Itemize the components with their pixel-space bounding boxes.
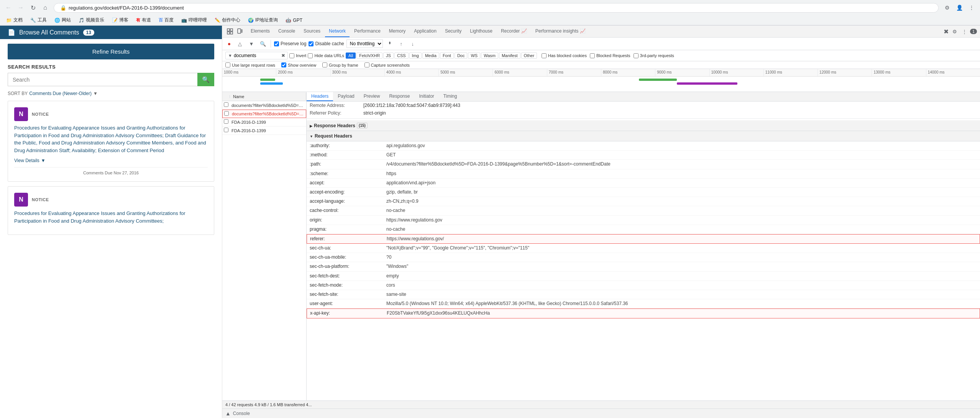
filter-wasm[interactable]: Wasm bbox=[481, 52, 498, 59]
bookmark-ip[interactable]: 🌍 IP地址查询 bbox=[245, 16, 281, 24]
filter-button[interactable]: ▼ bbox=[247, 39, 256, 48]
bookmark-create[interactable]: ✏️ 创作中心 bbox=[212, 16, 243, 24]
device-icon-btn[interactable] bbox=[235, 27, 245, 36]
preserve-log-checkbox[interactable]: Preserve log bbox=[274, 41, 306, 46]
bookmark-youdao[interactable]: 有 有道 bbox=[133, 16, 154, 24]
blocked-requests-checkbox[interactable]: Blocked Requests bbox=[590, 53, 630, 58]
request-checkbox-2[interactable] bbox=[223, 111, 230, 117]
bookmark-docs[interactable]: 📁 文档 bbox=[3, 16, 26, 24]
result-title-1[interactable]: Procedures for Evaluating Appearance Iss… bbox=[14, 124, 208, 154]
tab-application[interactable]: Application bbox=[410, 26, 440, 37]
request-checkbox-1[interactable] bbox=[222, 102, 230, 108]
refine-button[interactable]: Refine Results bbox=[8, 44, 214, 59]
view-details-1[interactable]: View Details ▼ bbox=[14, 158, 208, 163]
third-party-checkbox[interactable]: 3rd-party requests bbox=[634, 53, 674, 58]
search-devtools-button[interactable]: 🔍 bbox=[258, 39, 268, 48]
address-bar[interactable]: 🔒 regulations.gov/docket/FDA-2016-D-1399… bbox=[54, 3, 939, 13]
more-button[interactable]: ⋮ bbox=[966, 2, 977, 13]
request-row-2[interactable]: documents?filter%5BdocketId%5D=FDA-2016.… bbox=[222, 110, 306, 118]
filter-media[interactable]: Media bbox=[422, 52, 439, 59]
console-expand-icon[interactable]: ▲ bbox=[225, 410, 231, 417]
panel-tab-headers[interactable]: Headers bbox=[307, 92, 333, 101]
bookmark-blog[interactable]: 📝 博客 bbox=[109, 16, 131, 24]
record-button[interactable]: ● bbox=[225, 40, 233, 48]
filter-other[interactable]: Other bbox=[521, 52, 537, 59]
devtools-settings-button[interactable]: ⚙ bbox=[950, 27, 959, 36]
panel-tab-payload[interactable]: Payload bbox=[333, 92, 359, 101]
response-headers-chevron bbox=[310, 123, 312, 128]
filter-all[interactable]: All bbox=[346, 52, 356, 59]
throttling-select[interactable]: No throttling bbox=[346, 39, 383, 48]
result-card-2: N NOTICE Procedures for Evaluating Appea… bbox=[8, 186, 214, 235]
network-conditions-button[interactable] bbox=[385, 39, 394, 48]
tab-recorder[interactable]: Recorder 📈 bbox=[497, 26, 531, 37]
bookmark-tools[interactable]: 🔧 工具 bbox=[27, 16, 50, 24]
import-button[interactable]: ↑ bbox=[397, 39, 406, 48]
header-x-api-key-name: x-api-key: bbox=[310, 310, 387, 317]
filter-ws[interactable]: WS bbox=[468, 52, 480, 59]
panel-tab-initiator[interactable]: Initiator bbox=[414, 92, 438, 101]
request-row-4[interactable]: FDA-2016-D-1399 bbox=[222, 126, 306, 135]
bookmark-video[interactable]: 🎵 视频音乐 bbox=[76, 16, 107, 24]
tab-elements[interactable]: Elements bbox=[247, 26, 274, 37]
search-input[interactable] bbox=[8, 73, 197, 86]
request-checkbox-3[interactable] bbox=[222, 119, 230, 125]
export-button[interactable]: ↓ bbox=[408, 39, 417, 48]
col-name[interactable]: Name bbox=[230, 93, 306, 100]
request-row-1[interactable]: documents?filter%5BdocketId%5D=FDA-2016.… bbox=[222, 101, 306, 110]
panel-tab-response[interactable]: Response bbox=[384, 92, 414, 101]
large-rows-checkbox[interactable]: Use large request rows bbox=[225, 62, 275, 67]
tab-performance[interactable]: Performance bbox=[350, 26, 384, 37]
profile-button[interactable]: 👤 bbox=[954, 2, 965, 13]
request-checkbox-4[interactable] bbox=[222, 128, 230, 133]
clear-filter-button[interactable]: ✖ bbox=[281, 53, 285, 58]
filter-fetch-xhr[interactable]: Fetch/XHR bbox=[356, 52, 382, 59]
filter-js[interactable]: JS bbox=[383, 52, 394, 59]
sort-by-value[interactable]: Comments Due (Newer-Older) bbox=[29, 91, 92, 96]
tab-console[interactable]: Console bbox=[274, 26, 299, 37]
bookmark-sites[interactable]: 🌐 网站 bbox=[51, 16, 74, 24]
disable-cache-checkbox[interactable]: Disable cache bbox=[309, 41, 344, 46]
panel-tab-timing[interactable]: Timing bbox=[439, 92, 462, 101]
capture-screenshots-checkbox[interactable]: Capture screenshots bbox=[364, 62, 410, 67]
tab-security[interactable]: Security bbox=[441, 26, 465, 37]
filter-img[interactable]: Img bbox=[409, 52, 422, 59]
bookmark-gpt[interactable]: 🤖 GPT bbox=[282, 17, 305, 24]
devtools-more-button[interactable]: ⋮ bbox=[960, 27, 969, 36]
bookmark-baidu[interactable]: 百 百度 bbox=[156, 16, 177, 24]
header-authority-value: api.regulations.gov bbox=[386, 142, 425, 149]
response-headers-title[interactable]: Response Headers (15) bbox=[307, 120, 980, 131]
search-button[interactable]: 🔍 bbox=[197, 73, 214, 86]
close-devtools-button[interactable]: ✖ bbox=[944, 28, 949, 35]
header-sec-fetch-mode-name: sec-fetch-mode: bbox=[310, 282, 386, 289]
filter-input[interactable] bbox=[234, 53, 280, 58]
tab-performance-insights[interactable]: Performance insights 📈 bbox=[532, 26, 589, 37]
result-title-2[interactable]: Procedures for Evaluating Appearance Iss… bbox=[14, 210, 208, 225]
filter-manifest[interactable]: Manifest bbox=[499, 52, 520, 59]
console-label[interactable]: Console bbox=[233, 411, 250, 416]
panel-tab-preview[interactable]: Preview bbox=[359, 92, 385, 101]
forward-button[interactable]: → bbox=[15, 2, 26, 13]
tab-memory[interactable]: Memory bbox=[385, 26, 409, 37]
filter-font[interactable]: Font bbox=[440, 52, 454, 59]
filter-doc[interactable]: Doc bbox=[455, 52, 468, 59]
home-button[interactable]: ⌂ bbox=[40, 2, 51, 13]
bookmark-bilibili[interactable]: 📺 哔哩哔哩 bbox=[178, 16, 210, 24]
group-by-frame-checkbox[interactable]: Group by frame bbox=[322, 62, 358, 67]
request-row-3[interactable]: FDA-2016-D-1399 bbox=[222, 118, 306, 126]
tab-network[interactable]: Network bbox=[325, 26, 350, 37]
show-overview-checkbox[interactable]: Show overview bbox=[281, 62, 316, 67]
request-headers-title[interactable]: Request Headers bbox=[307, 131, 980, 141]
invert-checkbox[interactable]: Invert bbox=[289, 53, 307, 58]
reload-button[interactable]: ↻ bbox=[28, 2, 38, 13]
tab-sources[interactable]: Sources bbox=[300, 26, 324, 37]
blocked-cookies-checkbox[interactable]: Has blocked cookies bbox=[542, 53, 587, 58]
inspect-icon-btn[interactable] bbox=[225, 27, 235, 36]
filter-css[interactable]: CSS bbox=[394, 52, 409, 59]
clear-button[interactable]: △ bbox=[235, 39, 245, 48]
hide-data-urls-checkbox[interactable]: Hide data URLs bbox=[308, 53, 344, 58]
back-button[interactable]: ← bbox=[3, 2, 14, 13]
extensions-button[interactable]: ⚙ bbox=[942, 2, 952, 13]
devtools-status-bar: 4 / 42 requests 4.9 kB / 1.6 MB transfer… bbox=[222, 400, 980, 409]
tab-lighthouse[interactable]: Lighthouse bbox=[466, 26, 496, 37]
